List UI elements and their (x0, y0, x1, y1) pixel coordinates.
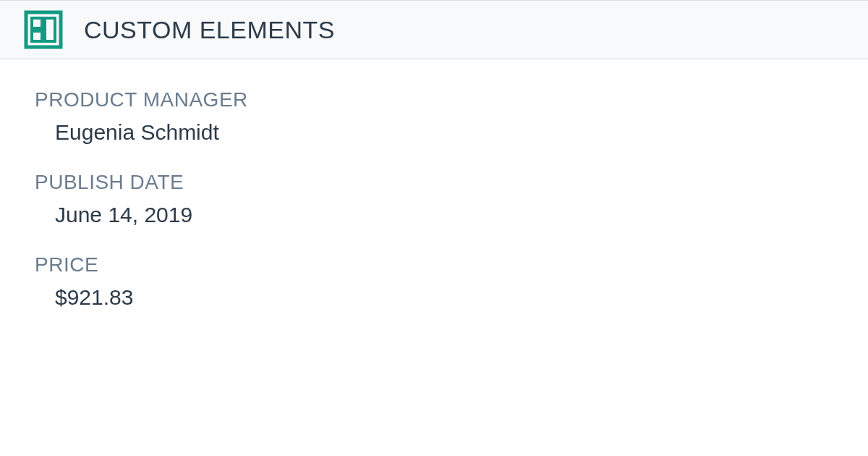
panel-header: CUSTOM ELEMENTS (0, 0, 868, 59)
field-price: PRICE $921.83 (35, 253, 833, 310)
field-label: PRODUCT MANAGER (35, 88, 833, 111)
field-label: PUBLISH DATE (35, 171, 833, 194)
svg-rect-1 (32, 18, 42, 28)
field-value: Eugenia Schmidt (35, 120, 833, 145)
panel-title: CUSTOM ELEMENTS (84, 16, 335, 44)
field-publish-date: PUBLISH DATE June 14, 2019 (35, 171, 833, 227)
svg-rect-3 (32, 31, 42, 41)
field-label: PRICE (35, 253, 833, 276)
field-product-manager: PRODUCT MANAGER Eugenia Schmidt (35, 88, 833, 145)
field-value: June 14, 2019 (35, 203, 833, 227)
svg-rect-2 (45, 18, 55, 41)
panel-content: PRODUCT MANAGER Eugenia Schmidt PUBLISH … (0, 59, 868, 365)
field-value: $921.83 (35, 285, 833, 310)
custom-elements-icon (23, 9, 64, 50)
